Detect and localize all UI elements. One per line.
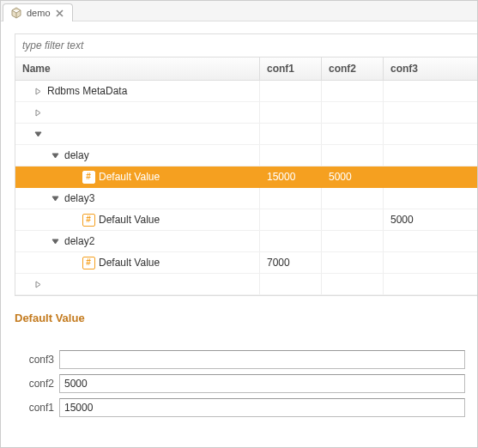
row-label: Default Value	[99, 171, 160, 183]
tree-table: Name conf1 conf2 conf3 Rdbms MetaDatadel…	[15, 58, 478, 296]
table-row[interactable]: delay3	[15, 188, 477, 209]
cell-conf3	[384, 231, 477, 251]
cell-name: #Default Value	[15, 252, 260, 273]
table-row[interactable]: delay2	[15, 231, 477, 252]
row-label: delay2	[64, 235, 94, 247]
table-row[interactable]: delay	[15, 145, 477, 166]
cell-conf1	[260, 209, 322, 230]
table-row[interactable]: Rdbms MetaData	[15, 81, 477, 102]
cell-conf3	[384, 166, 477, 187]
table-header: Name conf1 conf2 conf3	[15, 58, 477, 81]
cell-conf1	[260, 81, 322, 101]
cell-conf2	[322, 145, 384, 166]
tab-label: demo	[27, 8, 51, 18]
col-conf2[interactable]: conf2	[322, 58, 384, 80]
cell-conf1	[260, 102, 322, 123]
col-conf3[interactable]: conf3	[384, 58, 477, 80]
table-row[interactable]: #Default Value150005000	[15, 166, 477, 188]
cell-conf3	[384, 274, 477, 294]
filter-box[interactable]	[15, 33, 478, 58]
expand-toggle[interactable]	[34, 109, 42, 117]
expand-toggle[interactable]	[51, 152, 59, 160]
cell-conf3: 5000	[384, 209, 477, 230]
tab-demo[interactable]: demo	[3, 3, 73, 21]
cell-conf1: 15000	[260, 166, 322, 187]
table-row[interactable]: #Default Value7000	[15, 252, 477, 274]
col-conf1[interactable]: conf1	[260, 58, 322, 80]
detail-title: Default Value	[15, 312, 465, 324]
field-row: conf3	[15, 350, 465, 369]
tree-body: Rdbms MetaDatadelay#Default Value1500050…	[15, 81, 477, 295]
cell-name: delay2	[15, 231, 260, 251]
cell-conf2	[322, 188, 384, 209]
table-row[interactable]	[15, 124, 477, 145]
cell-conf2	[322, 231, 384, 251]
cell-conf3	[384, 188, 477, 209]
cell-conf2	[322, 274, 384, 294]
cell-conf1	[260, 145, 322, 166]
row-label: delay	[64, 149, 89, 161]
hash-icon: #	[82, 257, 95, 269]
filter-input[interactable]	[22, 39, 470, 51]
cell-conf1	[260, 124, 322, 144]
cell-conf1	[260, 231, 322, 251]
field-label: conf3	[15, 354, 54, 366]
detail-section: Default Value conf3conf2conf1	[13, 296, 477, 417]
table-row[interactable]	[15, 274, 477, 295]
expand-toggle	[69, 173, 76, 181]
cell-conf3	[384, 124, 477, 144]
field-row: conf1	[15, 398, 465, 417]
cell-conf1	[260, 188, 322, 209]
cell-name: delay3	[15, 188, 260, 209]
field-label: conf1	[15, 402, 54, 414]
cell-name: #Default Value	[15, 166, 260, 187]
cell-conf2	[322, 102, 384, 123]
hash-icon: #	[82, 214, 95, 227]
package-icon	[10, 7, 22, 19]
field-input-conf3[interactable]	[59, 350, 465, 369]
cell-conf2	[322, 81, 384, 101]
cell-conf2: 5000	[322, 166, 384, 187]
cell-conf3	[384, 145, 477, 166]
row-label: Rdbms MetaData	[47, 85, 127, 97]
cell-name	[15, 102, 260, 123]
row-label: delay3	[64, 192, 94, 204]
hash-icon: #	[82, 171, 95, 184]
cell-name: delay	[15, 145, 260, 166]
expand-toggle[interactable]	[34, 88, 42, 95]
expand-toggle	[69, 216, 76, 224]
close-icon[interactable]	[55, 8, 65, 18]
cell-conf1	[260, 274, 322, 294]
cell-name: Rdbms MetaData	[15, 81, 260, 101]
field-input-conf1[interactable]	[59, 398, 465, 417]
tab-bar: demo	[1, 1, 477, 21]
expand-toggle	[69, 259, 76, 267]
table-row[interactable]	[15, 102, 477, 124]
cell-conf2	[322, 252, 384, 273]
cell-conf3	[384, 102, 477, 123]
row-label: Default Value	[99, 214, 160, 226]
field-input-conf2[interactable]	[59, 374, 465, 393]
cell-name	[15, 274, 260, 294]
cell-conf3	[384, 252, 477, 273]
expand-toggle[interactable]	[34, 281, 42, 288]
cell-conf2	[322, 209, 384, 230]
expand-toggle[interactable]	[51, 195, 59, 203]
cell-conf1: 7000	[260, 252, 322, 273]
expand-toggle[interactable]	[51, 238, 59, 245]
field-row: conf2	[15, 374, 465, 393]
cell-name	[15, 124, 260, 144]
cell-conf3	[384, 81, 477, 101]
expand-toggle[interactable]	[34, 130, 42, 138]
field-label: conf2	[15, 378, 54, 390]
col-name[interactable]: Name	[15, 58, 260, 80]
row-label: Default Value	[99, 257, 160, 269]
cell-name: #Default Value	[15, 209, 260, 230]
table-row[interactable]: #Default Value5000	[15, 209, 477, 231]
cell-conf2	[322, 124, 384, 144]
